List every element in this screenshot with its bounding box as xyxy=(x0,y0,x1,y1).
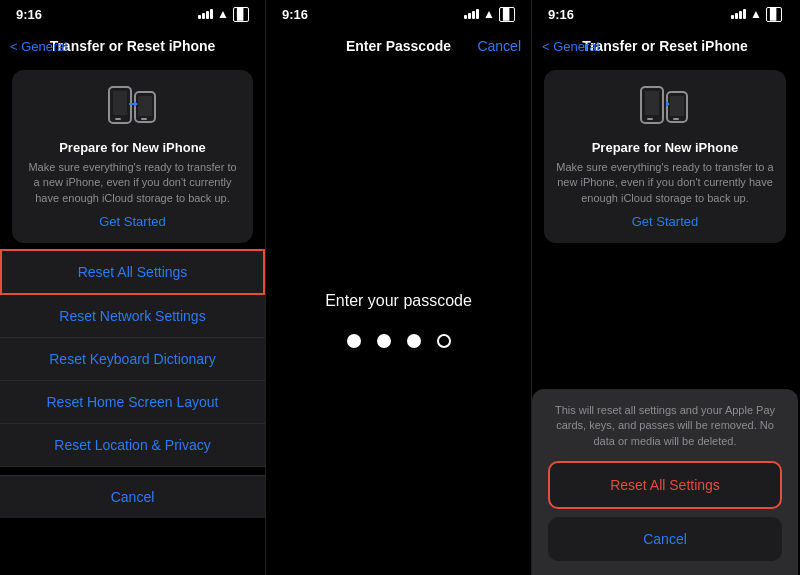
dot-4 xyxy=(437,334,451,348)
panel-2: 9:16 ▲ ▊ Enter Passcode Cancel Enter you… xyxy=(266,0,532,575)
time-1: 9:16 xyxy=(16,7,42,22)
reset-keyboard-item[interactable]: Reset Keyboard Dictionary xyxy=(0,338,265,381)
battery-icon-2: ▊ xyxy=(499,7,515,22)
reset-location-label: Reset Location & Privacy xyxy=(54,437,210,453)
nav-title-1: Transfer or Reset iPhone xyxy=(50,38,216,54)
prepare-title-3: Prepare for New iPhone xyxy=(592,140,739,155)
get-started-link-3[interactable]: Get Started xyxy=(632,214,698,229)
status-icons-3: ▲ ▊ xyxy=(731,7,782,22)
prepare-title-1: Prepare for New iPhone xyxy=(59,140,206,155)
confirm-cancel-label: Cancel xyxy=(643,531,687,547)
status-icons-1: ▲ ▊ xyxy=(198,7,249,22)
reset-keyboard-label: Reset Keyboard Dictionary xyxy=(49,351,216,367)
signal-icon-2 xyxy=(464,9,479,19)
panel-1: 9:16 ▲ ▊ < General Transfer or Reset iPh… xyxy=(0,0,266,575)
prepare-icon-1 xyxy=(107,84,159,132)
dot-2 xyxy=(377,334,391,348)
reset-home-label: Reset Home Screen Layout xyxy=(47,394,219,410)
svg-rect-11 xyxy=(670,96,684,116)
prepare-card-1: Prepare for New iPhone Make sure everyth… xyxy=(12,70,253,243)
wifi-icon-3: ▲ xyxy=(750,7,762,21)
wifi-icon-2: ▲ xyxy=(483,7,495,21)
svg-rect-8 xyxy=(645,91,659,115)
status-bar-1: 9:16 ▲ ▊ xyxy=(0,0,265,28)
status-bar-2: 9:16 ▲ ▊ xyxy=(266,0,531,28)
reset-all-settings-item[interactable]: Reset All Settings xyxy=(0,249,265,295)
dot-1 xyxy=(347,334,361,348)
prepare-icon-3 xyxy=(639,84,691,132)
svg-rect-5 xyxy=(141,118,147,120)
nav-title-3: Transfer or Reset iPhone xyxy=(582,38,748,54)
passcode-label: Enter your passcode xyxy=(325,292,472,310)
svg-rect-9 xyxy=(647,118,653,120)
confirm-cancel-button[interactable]: Cancel xyxy=(548,517,782,561)
prepare-desc-1: Make sure everything's ready to transfer… xyxy=(24,160,241,206)
reset-location-item[interactable]: Reset Location & Privacy xyxy=(0,424,265,467)
confirm-overlay: This will reset all settings and your Ap… xyxy=(532,389,798,575)
status-icons-2: ▲ ▊ xyxy=(464,7,515,22)
prepare-desc-3: Make sure everything's ready to transfer… xyxy=(556,160,774,206)
reset-network-item[interactable]: Reset Network Settings xyxy=(0,295,265,338)
reset-all-settings-label: Reset All Settings xyxy=(78,264,188,280)
passcode-body: Enter your passcode xyxy=(266,64,531,575)
wifi-icon-1: ▲ xyxy=(217,7,229,21)
reset-home-item[interactable]: Reset Home Screen Layout xyxy=(0,381,265,424)
nav-cancel-2[interactable]: Cancel xyxy=(477,38,521,54)
nav-bar-2: Enter Passcode Cancel xyxy=(266,28,531,64)
confirm-text: This will reset all settings and your Ap… xyxy=(548,403,782,449)
dot-3 xyxy=(407,334,421,348)
reset-network-label: Reset Network Settings xyxy=(59,308,205,324)
svg-rect-1 xyxy=(113,91,127,115)
battery-icon-3: ▊ xyxy=(766,7,782,22)
svg-rect-12 xyxy=(673,118,679,120)
confirm-reset-button[interactable]: Reset All Settings xyxy=(548,461,782,509)
nav-title-2: Enter Passcode xyxy=(346,38,451,54)
cancel-label-1: Cancel xyxy=(111,489,155,505)
confirm-reset-label: Reset All Settings xyxy=(610,477,720,493)
nav-back-1[interactable]: < General xyxy=(10,39,67,54)
battery-icon-1: ▊ xyxy=(233,7,249,22)
reset-list-1: Reset All Settings Reset Network Setting… xyxy=(0,249,265,575)
passcode-dots xyxy=(347,334,451,348)
status-bar-3: 9:16 ▲ ▊ xyxy=(532,0,798,28)
nav-bar-3: < General Transfer or Reset iPhone xyxy=(532,28,798,64)
get-started-link-1[interactable]: Get Started xyxy=(99,214,165,229)
prepare-card-3: Prepare for New iPhone Make sure everyth… xyxy=(544,70,786,243)
cancel-item-1[interactable]: Cancel xyxy=(0,475,265,518)
svg-rect-4 xyxy=(138,96,152,116)
svg-rect-2 xyxy=(115,118,121,120)
nav-bar-1: < General Transfer or Reset iPhone xyxy=(0,28,265,64)
signal-icon-3 xyxy=(731,9,746,19)
panel-3: 9:16 ▲ ▊ < General Transfer or Reset iPh… xyxy=(532,0,798,575)
signal-icon-1 xyxy=(198,9,213,19)
time-2: 9:16 xyxy=(282,7,308,22)
nav-back-3[interactable]: < General xyxy=(542,39,599,54)
time-3: 9:16 xyxy=(548,7,574,22)
